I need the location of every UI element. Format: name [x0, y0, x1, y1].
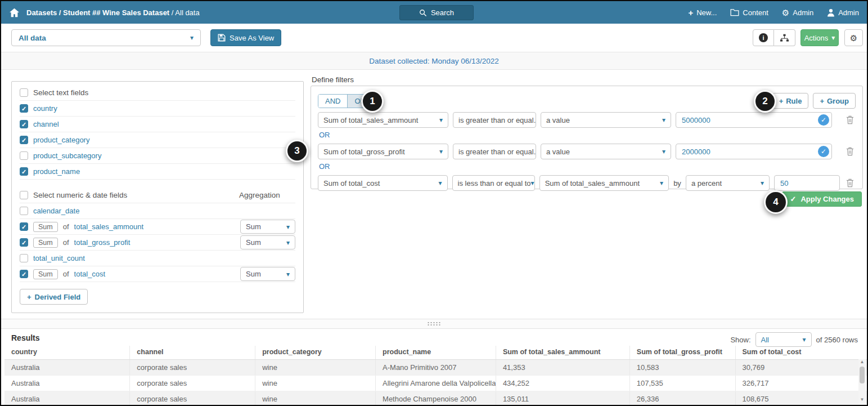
field-link-channel[interactable]: channel: [33, 120, 59, 128]
delete-rule3-icon[interactable]: [844, 177, 856, 189]
results-scrollbar[interactable]: ▲ ▼: [858, 359, 866, 404]
view-select-value: All data: [19, 34, 46, 42]
lineage-button[interactable]: [774, 29, 795, 46]
add-group-button[interactable]: + Group: [813, 93, 856, 109]
field-link-country[interactable]: country: [33, 104, 57, 113]
checkbox-product-name[interactable]: [20, 167, 28, 176]
field-row-calendar-date: calendar_date: [20, 203, 295, 219]
checkbox-product-category[interactable]: [20, 136, 28, 144]
chevron-down-icon: ▾: [439, 117, 443, 123]
select-all-numeric-checkbox[interactable]: [20, 191, 28, 199]
rule2-field-select[interactable]: Sum of total_gross_profit ▾: [318, 144, 448, 159]
rule3-value-input[interactable]: [774, 175, 840, 191]
view-select[interactable]: All data ▾: [11, 29, 201, 46]
rule1-value-input[interactable]: [676, 112, 832, 128]
field-link-product-subcategory[interactable]: product_subcategory: [33, 151, 101, 160]
user-menu[interactable]: Admin: [827, 8, 859, 17]
field-row-product-name: product_name: [20, 164, 295, 180]
column-header-product-name[interactable]: product_name: [376, 346, 496, 360]
checkbox-country[interactable]: [20, 104, 28, 113]
dataset-collected-banner: Dataset collected: Monday 06/13/2022: [1, 52, 867, 70]
field-link-total-sales-ammount[interactable]: total_sales_ammount: [74, 222, 144, 231]
rule2-field-value: Sum of total_gross_profit: [323, 148, 405, 156]
aggregation-value: Sum: [246, 238, 261, 247]
search-button[interactable]: Search: [399, 5, 474, 20]
apply-changes-button[interactable]: ✓ Apply Changes: [782, 191, 862, 207]
actions-button[interactable]: Actions ▾: [800, 29, 839, 46]
rule1-compare-select[interactable]: a value ▾: [541, 112, 671, 128]
new-label: New...: [696, 8, 717, 17]
chevron-down-icon: ▾: [662, 148, 665, 155]
home-icon[interactable]: [9, 8, 20, 17]
rule2-value-input[interactable]: [676, 144, 832, 159]
rule3-unit-select[interactable]: a percent ▾: [686, 175, 770, 191]
rule3-operator-select[interactable]: is less than or equal to ▾: [452, 175, 535, 191]
breadcrumb[interactable]: Datasets / Student ## Wine Sales Dataset…: [26, 8, 200, 17]
table-cell: 10,583: [629, 360, 735, 376]
search-label: Search: [431, 8, 454, 17]
column-header-sum-total-sales-ammount[interactable]: Sum of total_sales_ammount: [496, 346, 629, 360]
scroll-down-icon[interactable]: ▼: [860, 397, 865, 404]
select-all-text-checkbox[interactable]: [20, 88, 28, 97]
admin-button[interactable]: ⚙ Admin: [782, 8, 813, 17]
add-rule-button[interactable]: + Rule: [772, 93, 809, 109]
column-header-product-category[interactable]: product_category: [255, 346, 376, 360]
rule1-operator-select[interactable]: is greater than or equal... ▾: [453, 112, 536, 128]
aggregation-value: Sum: [246, 270, 261, 278]
checkbox-channel[interactable]: [20, 120, 28, 128]
new-button[interactable]: + New...: [688, 8, 717, 17]
field-link-calendar-date[interactable]: calendar_date: [33, 207, 79, 215]
plus-icon: +: [27, 293, 32, 301]
chevron-down-icon: ▾: [286, 271, 290, 278]
table-cell: Methode Champenoise 2000: [376, 391, 496, 406]
column-header-country[interactable]: country: [5, 346, 130, 360]
field-link-total-cost[interactable]: total_cost: [74, 270, 106, 278]
splitter-grip-icon[interactable]: [427, 322, 442, 326]
checkbox-total-sales-ammount[interactable]: [20, 222, 28, 231]
plus-icon: +: [779, 97, 784, 105]
field-link-total-unit-count[interactable]: total_unit_count: [33, 254, 85, 262]
settings-button[interactable]: ⚙: [844, 29, 863, 46]
table-cell: Australia: [5, 360, 130, 376]
show-rows-select[interactable]: All ▾: [755, 332, 812, 347]
breadcrumb-view[interactable]: / All data: [172, 8, 200, 17]
content-button[interactable]: Content: [730, 8, 768, 17]
rule1-value-wrap: ✓: [676, 112, 832, 128]
filter-rule-2: Sum of total_gross_profit ▾ is greater t…: [318, 144, 856, 159]
scrollbar-thumb[interactable]: [860, 367, 865, 383]
checkbox-total-unit-count[interactable]: [20, 254, 28, 262]
sum-chip[interactable]: Sum: [33, 222, 58, 232]
scroll-up-icon[interactable]: ▲: [860, 359, 865, 366]
rule1-field-select[interactable]: Sum of total_sales_ammount ▾: [318, 112, 448, 128]
checkbox-product-subcategory[interactable]: [20, 151, 28, 160]
and-toggle[interactable]: AND: [318, 95, 347, 108]
field-link-total-gross-profit[interactable]: total_gross_profit: [74, 238, 131, 247]
info-button[interactable]: i: [753, 29, 774, 46]
rule2-operator-select[interactable]: is greater than or equal... ▾: [453, 144, 536, 159]
save-as-view-button[interactable]: Save As View: [210, 29, 281, 46]
checkbox-total-cost[interactable]: [20, 270, 28, 278]
derived-field-button[interactable]: + Derived Field: [20, 289, 88, 305]
add-group-label: Group: [827, 97, 849, 105]
column-header-sum-total-gross-profit[interactable]: Sum of total_gross_profit: [629, 346, 735, 360]
checkbox-calendar-date[interactable]: [20, 207, 28, 215]
sum-chip[interactable]: Sum: [33, 238, 58, 248]
sum-chip[interactable]: Sum: [33, 269, 58, 279]
aggregation-select-total-cost[interactable]: Sum ▾: [240, 267, 295, 281]
column-header-sum-total-cost[interactable]: Sum of total_cost: [735, 346, 867, 360]
column-header-channel[interactable]: channel: [130, 346, 255, 360]
aggregation-select-total-gross-profit[interactable]: Sum ▾: [240, 235, 295, 249]
rule2-compare-select[interactable]: a value ▾: [541, 144, 671, 159]
field-link-product-name[interactable]: product_name: [33, 167, 80, 176]
aggregation-select-total-sales-ammount[interactable]: Sum ▾: [240, 220, 295, 234]
delete-rule2-icon[interactable]: [844, 145, 856, 158]
breadcrumb-dataset[interactable]: Datasets / Student ## Wine Sales Dataset: [26, 8, 169, 17]
field-link-product-category[interactable]: product_category: [33, 136, 89, 144]
save-as-view-label: Save As View: [230, 34, 274, 42]
checkbox-total-gross-profit[interactable]: [20, 238, 28, 247]
row-count-label: of 2560 rows: [816, 336, 858, 344]
rule3-field-select[interactable]: Sum of total_cost ▾: [318, 175, 448, 191]
rule1-operator-value: is greater than or equal...: [458, 116, 536, 124]
delete-rule1-icon[interactable]: [844, 114, 856, 126]
rule3-compare-select[interactable]: Sum of total_sales_ammount ▾: [539, 175, 669, 191]
